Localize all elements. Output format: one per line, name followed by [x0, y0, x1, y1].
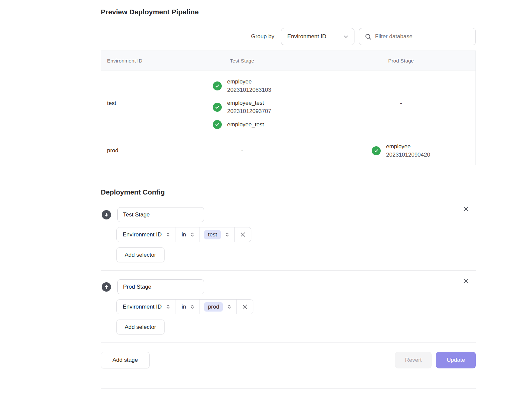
stage-config-prod: Environment ID in prod: [101, 279, 476, 334]
table-row-test: test employee 20231012083103: [101, 70, 475, 136]
table-row-prod: prod - employee 20231012090420: [101, 136, 475, 165]
add-selector-button[interactable]: Add selector: [116, 320, 165, 334]
environment-id-cell: test: [101, 100, 158, 107]
close-icon: [240, 231, 246, 238]
add-selector-button[interactable]: Add selector: [116, 247, 165, 262]
stage-name-input[interactable]: [117, 279, 204, 294]
arrow-down-circle-icon: [102, 210, 111, 219]
remove-stage-button[interactable]: [462, 205, 469, 212]
stage-divider: [101, 270, 476, 271]
selector-value-select[interactable]: prod: [200, 300, 237, 314]
bottom-divider: [101, 388, 476, 389]
revert-button[interactable]: Revert: [395, 352, 432, 368]
stage-config-test: Environment ID in test: [101, 207, 476, 262]
check-circle-icon: [213, 81, 222, 90]
selector-rule: Environment ID in prod: [116, 299, 253, 314]
column-header-environment-id: Environment ID: [101, 58, 158, 64]
chevrons-up-down-icon: [165, 304, 171, 310]
column-header-prod-stage: Prod Stage: [327, 58, 475, 64]
close-icon: [242, 304, 248, 310]
stage-name-input[interactable]: [117, 207, 204, 222]
selector-value-pill: test: [204, 230, 220, 239]
deployment-item: employee 20231012083103: [213, 77, 271, 94]
selector-field-select[interactable]: Environment ID: [117, 300, 176, 314]
check-circle-icon: [213, 103, 222, 112]
remove-selector-button[interactable]: [235, 227, 251, 242]
selector-field-select[interactable]: Environment ID: [117, 227, 176, 242]
config-footer: Add stage Revert Update: [101, 352, 476, 368]
group-by-dropdown[interactable]: Environment ID: [281, 28, 354, 45]
update-button[interactable]: Update: [436, 352, 476, 368]
schema-version: 20231012093707: [227, 107, 271, 115]
schema-version: 20231012090420: [386, 151, 430, 159]
close-icon: [463, 205, 469, 212]
schema-version: 20231012083103: [227, 86, 271, 94]
footer-divider: [101, 342, 476, 343]
prod-stage-cell-empty: -: [327, 100, 475, 107]
selector-rule: Environment ID in test: [116, 227, 251, 242]
remove-selector-button[interactable]: [237, 300, 253, 314]
test-stage-cell: employee 20231012083103 employee_test 20…: [158, 77, 327, 129]
test-stage-cell-empty: -: [158, 147, 327, 154]
arrow-up-circle-icon: [102, 282, 111, 292]
column-header-test-stage: Test Stage: [158, 58, 327, 64]
chevrons-up-down-icon: [224, 232, 230, 237]
filter-database-field[interactable]: [359, 28, 476, 45]
check-circle-icon: [372, 146, 381, 155]
chevrons-up-down-icon: [165, 232, 171, 237]
pipeline-toolbar: Group by Environment ID: [101, 28, 476, 45]
filter-database-input[interactable]: [375, 33, 471, 40]
environment-id-cell: prod: [101, 147, 158, 154]
database-name: employee_test: [227, 99, 271, 107]
database-name: employee: [386, 142, 430, 151]
pipeline-table: Environment ID Test Stage Prod Stage tes…: [101, 51, 476, 165]
selector-operator-select[interactable]: in: [176, 227, 200, 242]
check-circle-icon: [213, 120, 222, 129]
chevron-down-icon: [343, 34, 349, 40]
database-name: employee_test: [227, 120, 264, 129]
pipeline-table-header: Environment ID Test Stage Prod Stage: [101, 51, 475, 70]
remove-stage-button[interactable]: [462, 277, 469, 285]
chevrons-up-down-icon: [190, 304, 195, 310]
add-stage-button[interactable]: Add stage: [101, 352, 150, 368]
deployment-item: employee_test 20231012093707: [213, 99, 271, 115]
deployment-item: employee_test: [213, 120, 264, 129]
chevrons-up-down-icon: [226, 304, 232, 310]
group-by-label: Group by: [251, 33, 274, 40]
database-name: employee: [227, 77, 271, 86]
deployment-config-title: Deployment Config: [101, 188, 476, 197]
deployment-item: employee 20231012090420: [372, 142, 430, 159]
selector-operator-select[interactable]: in: [176, 300, 200, 314]
chevrons-up-down-icon: [190, 232, 195, 237]
selector-value-select[interactable]: test: [200, 227, 234, 242]
close-icon: [463, 278, 469, 285]
preview-deployment-pipeline-page: Preview Deployment Pipeline Group by Env…: [101, 0, 476, 389]
group-by-value: Environment ID: [287, 33, 326, 40]
page-title: Preview Deployment Pipeline: [101, 7, 476, 17]
selector-value-pill: prod: [204, 302, 223, 312]
search-icon: [365, 33, 372, 40]
prod-stage-cell: employee 20231012090420: [327, 142, 475, 159]
